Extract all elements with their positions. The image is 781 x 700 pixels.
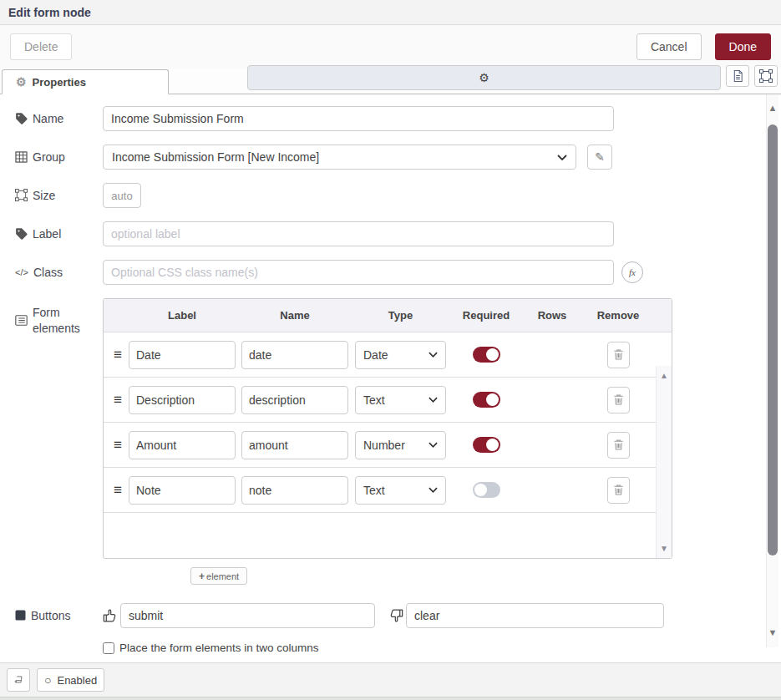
remove-element-button[interactable] (607, 342, 630, 368)
drag-handle-icon[interactable]: ≡ (107, 392, 129, 408)
plus-icon: + (199, 571, 205, 582)
two-columns-checkbox[interactable] (103, 642, 114, 654)
col-header-type: Type (355, 309, 446, 322)
tab-description-icon-button[interactable] (726, 65, 749, 87)
bottom-edge (0, 697, 781, 700)
element-label-input[interactable] (129, 341, 236, 369)
required-toggle[interactable] (473, 482, 500, 498)
scrollbar-thumb[interactable] (768, 124, 778, 555)
form-elements-label: Form elements (15, 298, 103, 337)
scroll-down-icon[interactable]: ▼ (767, 627, 778, 637)
element-name-input[interactable] (241, 386, 348, 414)
col-header-label: Label (129, 309, 236, 322)
element-label-input[interactable] (129, 386, 236, 414)
toggle-knob (486, 393, 499, 406)
buttons-row: Buttons (0, 603, 781, 628)
required-toggle[interactable] (473, 347, 500, 363)
submit-button-input[interactable] (120, 603, 375, 628)
size-row: Size auto (0, 183, 781, 208)
object-group-icon (15, 189, 28, 201)
scroll-down-icon[interactable]: ▼ (660, 544, 668, 553)
class-input[interactable] (103, 260, 614, 285)
dialog-title: Edit form node (8, 6, 91, 19)
tab-properties-icon-button[interactable]: ⚙ (247, 65, 721, 90)
tab-properties[interactable]: ⚙ Properties (2, 69, 169, 94)
toggle-knob (474, 484, 487, 496)
buttons-label: Buttons (15, 608, 103, 624)
name-input[interactable] (103, 106, 614, 131)
tab-properties-label: Properties (33, 76, 86, 89)
docs-button[interactable] (7, 668, 30, 692)
label-row: Label (0, 221, 781, 246)
add-element-button[interactable]: +element (190, 567, 247, 585)
scroll-up-icon[interactable]: ▲ (767, 103, 778, 113)
edit-group-button[interactable]: ✎ (587, 145, 612, 170)
label-input[interactable] (103, 221, 614, 246)
gear-icon: ⚙ (16, 76, 27, 88)
cancel-button[interactable]: Cancel (636, 33, 702, 60)
table-row-description: ≡ Text (104, 378, 672, 423)
radio-circle-icon: ○ (44, 674, 51, 686)
gear-icon: ⚙ (479, 71, 489, 84)
form-elements-label-text: Form elements (33, 305, 84, 337)
label-label: Label (15, 226, 103, 242)
done-button[interactable]: Done (715, 33, 771, 60)
clear-button-input[interactable] (406, 603, 664, 628)
two-columns-row: Place the form elements in two columns (0, 642, 781, 654)
required-toggle[interactable] (473, 392, 500, 408)
size-auto-button[interactable]: auto (103, 183, 141, 208)
enabled-toggle-button[interactable]: ○ Enabled (37, 668, 104, 692)
form-elements-table: Label Name Type Required Rows Remove ≡ (103, 298, 672, 559)
remove-element-button[interactable] (607, 432, 630, 459)
element-type-select[interactable]: Text (355, 386, 446, 414)
col-header-remove: Remove (578, 309, 658, 322)
trash-icon (613, 348, 624, 361)
class-row: </> Class fx (0, 260, 781, 285)
name-label-text: Name (33, 111, 63, 127)
chevron-down-icon (429, 352, 438, 358)
tab-appearance-icon-button[interactable] (754, 65, 778, 87)
table-row-date: ≡ Date (104, 332, 672, 378)
class-label-text: Class (33, 265, 63, 281)
drag-handle-icon[interactable]: ≡ (107, 482, 129, 499)
name-row: Name (0, 106, 781, 131)
main-scrollbar[interactable]: ▲ ▼ (766, 94, 778, 647)
element-name-input[interactable] (241, 476, 348, 505)
table-header: Label Name Type Required Rows Remove (104, 299, 672, 332)
scroll-up-icon[interactable]: ▲ (660, 371, 668, 380)
table-scrollbar[interactable]: ▲ ▼ (656, 366, 672, 558)
col-header-rows: Rows (526, 309, 578, 322)
toggle-knob (486, 439, 499, 451)
buttons-label-text: Buttons (31, 608, 70, 624)
drag-handle-icon[interactable]: ≡ (107, 437, 129, 454)
class-label: </> Class (15, 265, 103, 281)
remove-element-button[interactable] (607, 477, 630, 504)
drag-handle-icon[interactable]: ≡ (107, 347, 129, 363)
element-type-select[interactable]: Date (355, 341, 446, 369)
element-type-value: Text (363, 393, 385, 407)
required-toggle[interactable] (473, 437, 500, 453)
element-name-input[interactable] (241, 341, 348, 369)
code-icon: </> (15, 266, 28, 279)
add-element-label: element (206, 571, 239, 581)
element-type-select[interactable]: Text (355, 476, 446, 505)
toolbar-right: Cancel Done (636, 33, 771, 60)
trash-icon (613, 439, 624, 451)
edit-form-node-dialog: Edit form node Delete Cancel Done ⚙ Prop… (0, 0, 781, 700)
element-name-input[interactable] (241, 431, 348, 459)
size-label-text: Size (33, 188, 55, 204)
label-label-text: Label (33, 226, 61, 242)
element-label-input[interactable] (129, 476, 236, 505)
chevron-down-icon (429, 397, 438, 403)
group-select[interactable]: Income Submission Form [New Income] (103, 145, 576, 170)
properties-panel: Name Group Income Submission Form [New I… (0, 94, 781, 662)
delete-button[interactable]: Delete (10, 33, 72, 60)
element-type-select[interactable]: Number (355, 431, 446, 459)
element-label-input[interactable] (129, 431, 236, 459)
trash-icon (613, 484, 624, 496)
table-icon (15, 151, 28, 163)
remove-element-button[interactable] (607, 387, 630, 413)
document-icon (732, 69, 744, 83)
class-expression-button[interactable]: fx (621, 261, 643, 283)
table-row-amount: ≡ Number (104, 423, 672, 468)
